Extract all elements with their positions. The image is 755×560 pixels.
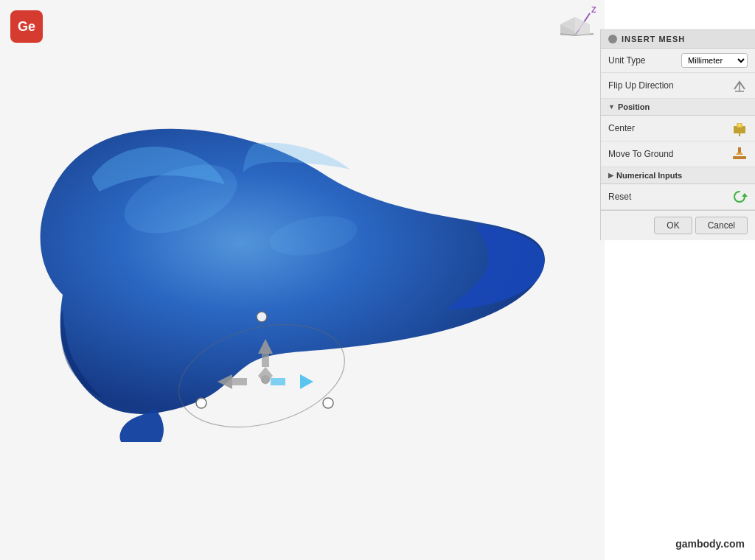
unit-type-dropdown[interactable]: Millimeter Centimeter Inch Meter [681, 53, 748, 68]
ok-button[interactable]: OK [654, 217, 692, 234]
watermark: gambody.com [675, 538, 745, 550]
panel-footer: OK Cancel [601, 210, 755, 240]
svg-rect-27 [733, 156, 746, 159]
svg-point-20 [323, 398, 333, 408]
app-logo: Ge [10, 10, 43, 43]
center-control[interactable] [731, 120, 748, 136]
unit-type-row: Unit Type Millimeter Centimeter Inch Met… [601, 49, 755, 73]
numerical-label: Numerical Inputs [616, 171, 682, 180]
svg-rect-14 [232, 378, 247, 385]
svg-rect-12 [262, 352, 269, 367]
svg-text:Z: Z [591, 6, 596, 14]
mesh-3d [15, 88, 553, 442]
move-to-ground-row: Move To Ground [601, 141, 755, 167]
position-section-header[interactable]: ▼ Position [601, 99, 755, 116]
svg-rect-28 [738, 147, 741, 153]
reset-control[interactable] [731, 189, 748, 205]
center-label: Center [608, 123, 635, 133]
svg-marker-29 [742, 193, 748, 197]
flip-up-label: Flip Up Direction [608, 80, 674, 91]
move-to-ground-control[interactable] [731, 146, 748, 162]
position-triangle: ▼ [608, 103, 615, 111]
center-row: Center [601, 116, 755, 141]
svg-marker-15 [300, 374, 313, 389]
svg-rect-16 [271, 378, 285, 385]
svg-point-26 [738, 124, 741, 127]
move-to-ground-button[interactable] [731, 146, 748, 162]
position-label: Position [618, 102, 650, 111]
viewport[interactable]: Z [0, 0, 605, 560]
reset-button[interactable] [731, 189, 748, 205]
svg-point-18 [196, 398, 206, 408]
svg-point-19 [257, 312, 267, 322]
reset-row: Reset [601, 184, 755, 210]
move-to-ground-label: Move To Ground [608, 149, 674, 159]
center-button[interactable] [731, 120, 748, 136]
numerical-section-header[interactable]: ▶ Numerical Inputs [601, 167, 755, 184]
flip-up-control[interactable] [731, 77, 748, 94]
unit-type-control[interactable]: Millimeter Centimeter Inch Meter [681, 53, 748, 68]
cancel-button[interactable]: Cancel [695, 217, 748, 234]
flip-up-row: Flip Up Direction [601, 73, 755, 99]
unit-type-label: Unit Type [608, 55, 645, 66]
axis-indicator: Z [553, 6, 597, 43]
right-panel: INSERT MESH Unit Type Millimeter Centime… [600, 29, 755, 240]
insert-mesh-icon [608, 35, 617, 43]
flip-up-button[interactable] [731, 77, 748, 94]
numerical-triangle: ▶ [608, 172, 613, 179]
panel-header: INSERT MESH [601, 30, 755, 49]
reset-label: Reset [608, 192, 631, 202]
panel-title: INSERT MESH [622, 35, 685, 43]
